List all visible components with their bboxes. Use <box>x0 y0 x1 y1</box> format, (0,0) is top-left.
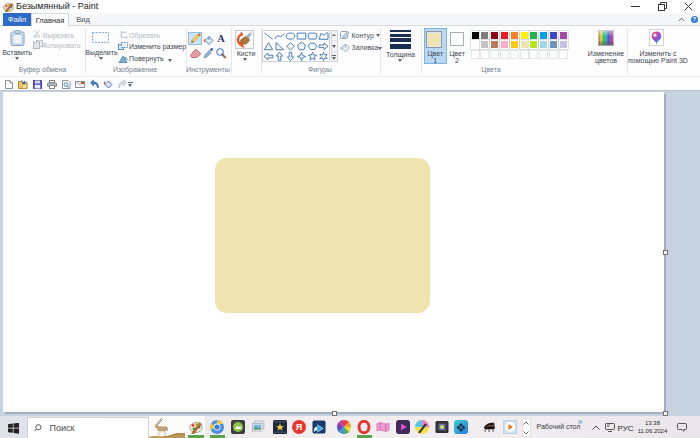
svg-text:Я: Я <box>296 421 303 432</box>
